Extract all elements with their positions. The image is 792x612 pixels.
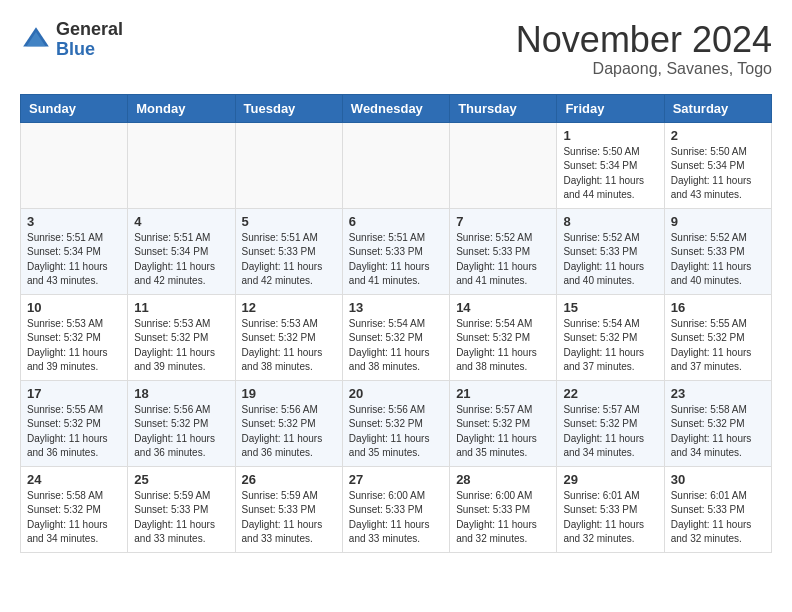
calendar-cell: 20Sunrise: 5:56 AMSunset: 5:32 PMDayligh… (342, 380, 449, 466)
day-number: 11 (134, 300, 228, 315)
calendar-cell: 10Sunrise: 5:53 AMSunset: 5:32 PMDayligh… (21, 294, 128, 380)
day-number: 28 (456, 472, 550, 487)
day-info: Sunrise: 5:56 AMSunset: 5:32 PMDaylight:… (134, 403, 228, 461)
day-info: Sunrise: 5:50 AMSunset: 5:34 PMDaylight:… (563, 145, 657, 203)
page-header: General Blue November 2024 Dapaong, Sava… (20, 20, 772, 78)
calendar-cell (235, 122, 342, 208)
day-info: Sunrise: 5:54 AMSunset: 5:32 PMDaylight:… (563, 317, 657, 375)
location-subtitle: Dapaong, Savanes, Togo (516, 60, 772, 78)
calendar-cell: 14Sunrise: 5:54 AMSunset: 5:32 PMDayligh… (450, 294, 557, 380)
calendar-cell: 27Sunrise: 6:00 AMSunset: 5:33 PMDayligh… (342, 466, 449, 552)
day-info: Sunrise: 6:01 AMSunset: 5:33 PMDaylight:… (563, 489, 657, 547)
day-number: 4 (134, 214, 228, 229)
day-number: 3 (27, 214, 121, 229)
calendar-cell: 29Sunrise: 6:01 AMSunset: 5:33 PMDayligh… (557, 466, 664, 552)
day-info: Sunrise: 5:52 AMSunset: 5:33 PMDaylight:… (456, 231, 550, 289)
day-info: Sunrise: 5:55 AMSunset: 5:32 PMDaylight:… (27, 403, 121, 461)
day-info: Sunrise: 5:56 AMSunset: 5:32 PMDaylight:… (242, 403, 336, 461)
day-number: 27 (349, 472, 443, 487)
day-info: Sunrise: 5:53 AMSunset: 5:32 PMDaylight:… (27, 317, 121, 375)
day-info: Sunrise: 5:54 AMSunset: 5:32 PMDaylight:… (456, 317, 550, 375)
day-info: Sunrise: 6:00 AMSunset: 5:33 PMDaylight:… (349, 489, 443, 547)
calendar-cell: 24Sunrise: 5:58 AMSunset: 5:32 PMDayligh… (21, 466, 128, 552)
day-number: 14 (456, 300, 550, 315)
calendar-cell: 4Sunrise: 5:51 AMSunset: 5:34 PMDaylight… (128, 208, 235, 294)
calendar-cell: 13Sunrise: 5:54 AMSunset: 5:32 PMDayligh… (342, 294, 449, 380)
day-number: 25 (134, 472, 228, 487)
day-number: 5 (242, 214, 336, 229)
calendar-cell: 11Sunrise: 5:53 AMSunset: 5:32 PMDayligh… (128, 294, 235, 380)
calendar-cell: 19Sunrise: 5:56 AMSunset: 5:32 PMDayligh… (235, 380, 342, 466)
calendar-cell: 30Sunrise: 6:01 AMSunset: 5:33 PMDayligh… (664, 466, 771, 552)
day-info: Sunrise: 5:53 AMSunset: 5:32 PMDaylight:… (134, 317, 228, 375)
day-number: 6 (349, 214, 443, 229)
day-number: 20 (349, 386, 443, 401)
calendar-cell: 6Sunrise: 5:51 AMSunset: 5:33 PMDaylight… (342, 208, 449, 294)
calendar-cell: 2Sunrise: 5:50 AMSunset: 5:34 PMDaylight… (664, 122, 771, 208)
calendar-cell: 22Sunrise: 5:57 AMSunset: 5:32 PMDayligh… (557, 380, 664, 466)
day-info: Sunrise: 5:57 AMSunset: 5:32 PMDaylight:… (563, 403, 657, 461)
day-info: Sunrise: 6:01 AMSunset: 5:33 PMDaylight:… (671, 489, 765, 547)
logo: General Blue (20, 20, 123, 60)
logo-blue-text: Blue (56, 40, 123, 60)
day-info: Sunrise: 5:52 AMSunset: 5:33 PMDaylight:… (563, 231, 657, 289)
month-title: November 2024 (516, 20, 772, 60)
day-number: 18 (134, 386, 228, 401)
day-info: Sunrise: 5:59 AMSunset: 5:33 PMDaylight:… (242, 489, 336, 547)
calendar-cell (450, 122, 557, 208)
calendar-cell (128, 122, 235, 208)
calendar-week-2: 3Sunrise: 5:51 AMSunset: 5:34 PMDaylight… (21, 208, 772, 294)
weekday-header-friday: Friday (557, 94, 664, 122)
calendar-cell: 25Sunrise: 5:59 AMSunset: 5:33 PMDayligh… (128, 466, 235, 552)
calendar-week-3: 10Sunrise: 5:53 AMSunset: 5:32 PMDayligh… (21, 294, 772, 380)
title-area: November 2024 Dapaong, Savanes, Togo (516, 20, 772, 78)
day-number: 16 (671, 300, 765, 315)
day-info: Sunrise: 5:50 AMSunset: 5:34 PMDaylight:… (671, 145, 765, 203)
weekday-header-thursday: Thursday (450, 94, 557, 122)
weekday-header-sunday: Sunday (21, 94, 128, 122)
day-number: 13 (349, 300, 443, 315)
calendar-cell: 8Sunrise: 5:52 AMSunset: 5:33 PMDaylight… (557, 208, 664, 294)
day-number: 15 (563, 300, 657, 315)
day-info: Sunrise: 5:56 AMSunset: 5:32 PMDaylight:… (349, 403, 443, 461)
calendar-cell: 23Sunrise: 5:58 AMSunset: 5:32 PMDayligh… (664, 380, 771, 466)
day-number: 22 (563, 386, 657, 401)
calendar-cell: 1Sunrise: 5:50 AMSunset: 5:34 PMDaylight… (557, 122, 664, 208)
day-number: 30 (671, 472, 765, 487)
calendar-cell: 3Sunrise: 5:51 AMSunset: 5:34 PMDaylight… (21, 208, 128, 294)
calendar-table: SundayMondayTuesdayWednesdayThursdayFrid… (20, 94, 772, 553)
calendar-cell: 7Sunrise: 5:52 AMSunset: 5:33 PMDaylight… (450, 208, 557, 294)
calendar-cell: 12Sunrise: 5:53 AMSunset: 5:32 PMDayligh… (235, 294, 342, 380)
day-number: 17 (27, 386, 121, 401)
day-info: Sunrise: 5:54 AMSunset: 5:32 PMDaylight:… (349, 317, 443, 375)
day-number: 23 (671, 386, 765, 401)
day-number: 26 (242, 472, 336, 487)
calendar-week-5: 24Sunrise: 5:58 AMSunset: 5:32 PMDayligh… (21, 466, 772, 552)
weekday-header-monday: Monday (128, 94, 235, 122)
calendar-cell: 17Sunrise: 5:55 AMSunset: 5:32 PMDayligh… (21, 380, 128, 466)
day-info: Sunrise: 5:59 AMSunset: 5:33 PMDaylight:… (134, 489, 228, 547)
day-number: 21 (456, 386, 550, 401)
calendar-cell: 15Sunrise: 5:54 AMSunset: 5:32 PMDayligh… (557, 294, 664, 380)
day-number: 12 (242, 300, 336, 315)
logo-general-text: General (56, 20, 123, 40)
day-info: Sunrise: 6:00 AMSunset: 5:33 PMDaylight:… (456, 489, 550, 547)
calendar-cell: 21Sunrise: 5:57 AMSunset: 5:32 PMDayligh… (450, 380, 557, 466)
day-info: Sunrise: 5:58 AMSunset: 5:32 PMDaylight:… (27, 489, 121, 547)
calendar-week-4: 17Sunrise: 5:55 AMSunset: 5:32 PMDayligh… (21, 380, 772, 466)
calendar-cell: 18Sunrise: 5:56 AMSunset: 5:32 PMDayligh… (128, 380, 235, 466)
logo-icon (20, 24, 52, 56)
calendar-cell: 9Sunrise: 5:52 AMSunset: 5:33 PMDaylight… (664, 208, 771, 294)
day-number: 7 (456, 214, 550, 229)
day-number: 10 (27, 300, 121, 315)
day-number: 9 (671, 214, 765, 229)
day-info: Sunrise: 5:51 AMSunset: 5:33 PMDaylight:… (349, 231, 443, 289)
day-info: Sunrise: 5:58 AMSunset: 5:32 PMDaylight:… (671, 403, 765, 461)
day-info: Sunrise: 5:52 AMSunset: 5:33 PMDaylight:… (671, 231, 765, 289)
day-number: 2 (671, 128, 765, 143)
day-number: 8 (563, 214, 657, 229)
day-info: Sunrise: 5:51 AMSunset: 5:34 PMDaylight:… (134, 231, 228, 289)
day-number: 19 (242, 386, 336, 401)
calendar-cell: 26Sunrise: 5:59 AMSunset: 5:33 PMDayligh… (235, 466, 342, 552)
weekday-header-row: SundayMondayTuesdayWednesdayThursdayFrid… (21, 94, 772, 122)
